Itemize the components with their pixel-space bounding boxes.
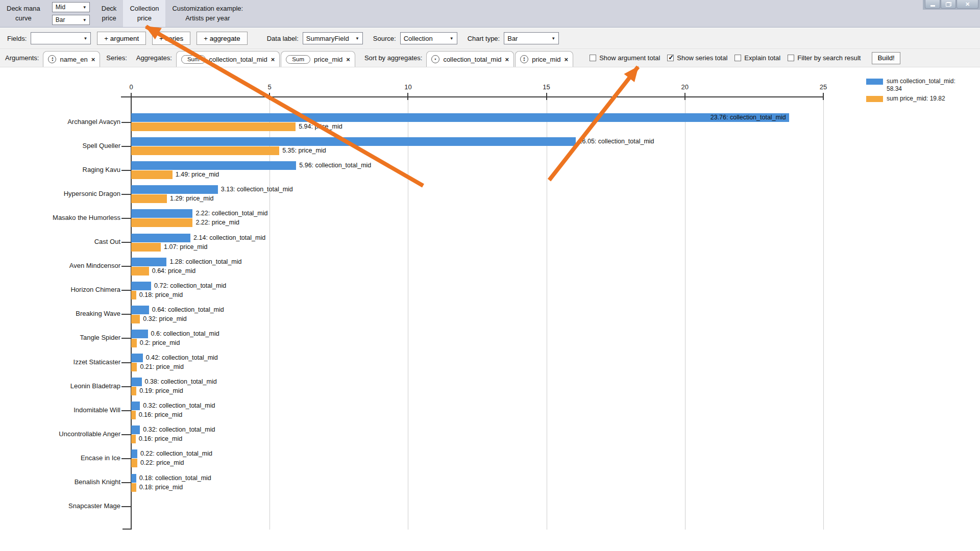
bar-collection_total_mid bbox=[131, 306, 149, 314]
bar-chart: 0510152025Archangel Avacyn23.76: collect… bbox=[0, 0, 980, 551]
window-controls: ✕ bbox=[923, 0, 980, 10]
bar-price_mid bbox=[131, 122, 296, 131]
category-tick bbox=[121, 506, 131, 507]
bar-collection_total_mid bbox=[131, 282, 151, 290]
bar-value-label: 0.22: price_mid bbox=[140, 459, 184, 467]
category-tick bbox=[121, 386, 131, 387]
gridline-25 bbox=[823, 97, 824, 530]
bar-value-label: 16.05: collection_total_mid bbox=[579, 137, 654, 146]
x-axis-tick-label: 10 bbox=[398, 83, 418, 91]
bar-collection_total_mid bbox=[131, 330, 148, 338]
category-tick bbox=[121, 338, 131, 339]
category-label: Indomitable Will bbox=[74, 406, 120, 414]
bar-collection_total_mid bbox=[131, 161, 296, 170]
category-label: Breaking Wave bbox=[76, 310, 120, 317]
bar-price_mid bbox=[131, 411, 136, 419]
bar-price_mid bbox=[131, 218, 192, 227]
bar-value-label: 0.32: price_mid bbox=[143, 315, 186, 323]
bar-value-label: 0.18: collection_total_mid bbox=[139, 474, 211, 483]
gridline-20 bbox=[685, 97, 685, 530]
bar-value-label: 0.6: collection_total_mid bbox=[151, 330, 219, 338]
category-label: Uncontrollable Anger bbox=[59, 430, 120, 438]
minimize-button[interactable] bbox=[925, 0, 940, 9]
legend-item: sum collection_total_mid: 58.34 bbox=[866, 78, 973, 93]
bar-value-label: 0.2: price_mid bbox=[140, 339, 180, 347]
category-label: Archangel Avacyn bbox=[67, 118, 120, 126]
close-button[interactable]: ✕ bbox=[957, 0, 978, 9]
category-label: Spell Queller bbox=[83, 142, 120, 149]
bar-price_mid bbox=[131, 243, 161, 252]
category-tick bbox=[121, 482, 131, 483]
x-axis-tick-label: 5 bbox=[259, 83, 280, 91]
category-label: Masako the Humorless bbox=[53, 214, 120, 221]
category-tick bbox=[121, 434, 131, 435]
bar-collection_total_mid bbox=[131, 378, 142, 386]
category-label: Izzet Staticaster bbox=[74, 358, 120, 366]
bar-value-label: 1.07: price_mid bbox=[164, 243, 207, 252]
category-label: Horizon Chimera bbox=[70, 286, 120, 293]
bar-price_mid bbox=[131, 483, 136, 492]
bar-value-label: 0.19: price_mid bbox=[139, 387, 183, 395]
bar-value-label: 0.22: collection_total_mid bbox=[140, 449, 212, 458]
bar-value-label: 0.16: price_mid bbox=[139, 435, 182, 443]
x-axis-tick-label: 25 bbox=[813, 83, 834, 91]
category-tick bbox=[121, 410, 131, 411]
bar-value-label: 0.38: collection_total_mid bbox=[145, 378, 217, 386]
bar-value-label: 0.16: price_mid bbox=[139, 411, 182, 419]
bar-value-label: 5.35: price_mid bbox=[282, 146, 326, 155]
restore-button[interactable] bbox=[941, 0, 956, 9]
bar-value-label: 0.64: collection_total_mid bbox=[152, 306, 224, 314]
legend-swatch bbox=[866, 79, 883, 85]
category-tick bbox=[121, 218, 131, 219]
category-label: Aven Mindcensor bbox=[69, 262, 120, 269]
bar-value-label: 0.72: collection_total_mid bbox=[154, 282, 226, 290]
x-axis-line bbox=[121, 96, 823, 97]
bar-value-label: 2.22: collection_total_mid bbox=[195, 209, 267, 218]
category-label: Tangle Spider bbox=[80, 334, 121, 341]
bar-price_mid bbox=[131, 435, 136, 443]
bar-collection_total_mid bbox=[131, 402, 140, 410]
legend-item: sum price_mid: 19.82 bbox=[866, 95, 973, 103]
bar-price_mid bbox=[131, 387, 136, 395]
bar-price_mid bbox=[131, 363, 137, 371]
bar-value-label: 0.18: price_mid bbox=[139, 291, 183, 299]
legend-label: sum price_mid: 19.82 bbox=[887, 95, 945, 103]
category-label: Snapcaster Mage bbox=[68, 502, 120, 510]
category-tick bbox=[121, 362, 131, 363]
category-tick bbox=[121, 122, 131, 123]
category-label: Cast Out bbox=[94, 238, 120, 245]
bar-collection_total_mid bbox=[131, 354, 143, 362]
category-tick bbox=[121, 290, 131, 291]
bar-collection_total_mid bbox=[131, 234, 190, 242]
bar-value-label: 5.96: collection_total_mid bbox=[299, 161, 371, 170]
category-tick bbox=[121, 170, 131, 171]
category-label: Encase in Ice bbox=[81, 454, 120, 462]
bar-value-label: 23.76: collection_total_mid bbox=[710, 113, 786, 122]
bar-price_mid bbox=[131, 291, 136, 299]
bar-value-label: 1.49: price_mid bbox=[176, 170, 219, 179]
gridline-10 bbox=[408, 97, 408, 530]
close-icon: ✕ bbox=[965, 1, 970, 8]
bar-price_mid bbox=[131, 146, 279, 155]
bar-value-label: 0.42: collection_total_mid bbox=[146, 354, 218, 362]
bar-collection_total_mid bbox=[131, 185, 218, 194]
category-tick bbox=[121, 242, 131, 243]
bar-collection_total_mid bbox=[131, 209, 192, 218]
bar-value-label: 0.18: price_mid bbox=[139, 483, 183, 492]
category-label: Leonin Bladetrap bbox=[70, 382, 120, 390]
bar-value-label: 2.22: price_mid bbox=[195, 218, 239, 227]
category-label: Raging Kavu bbox=[83, 166, 120, 173]
category-tick bbox=[121, 194, 131, 195]
bar-value-label: 5.94: price_mid bbox=[299, 122, 342, 131]
x-axis-tick-label: 0 bbox=[121, 83, 141, 91]
bar-value-label: 1.28: collection_total_mid bbox=[169, 258, 241, 266]
category-label: Benalish Knight bbox=[75, 478, 120, 486]
x-axis-tick-label: 20 bbox=[675, 83, 695, 91]
bar-value-label: 0.32: collection_total_mid bbox=[143, 425, 215, 434]
bar-price_mid bbox=[131, 339, 137, 347]
bar-collection_total_mid bbox=[131, 449, 137, 458]
bar-collection_total_mid bbox=[131, 258, 166, 266]
restore-icon bbox=[946, 2, 951, 7]
bar-collection_total_mid bbox=[131, 137, 576, 146]
bar-value-label: 2.14: collection_total_mid bbox=[193, 234, 265, 242]
